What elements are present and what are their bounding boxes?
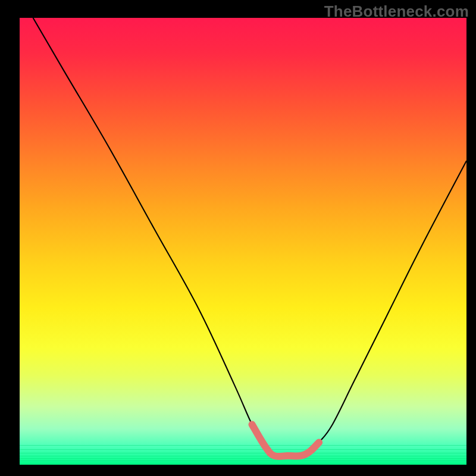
chart-plot-area <box>20 18 466 465</box>
chart-main-curve <box>33 18 466 456</box>
chart-svg <box>20 18 466 465</box>
chart-highlight-segment <box>252 424 320 456</box>
watermark-text: TheBottleneck.com <box>324 2 469 21</box>
